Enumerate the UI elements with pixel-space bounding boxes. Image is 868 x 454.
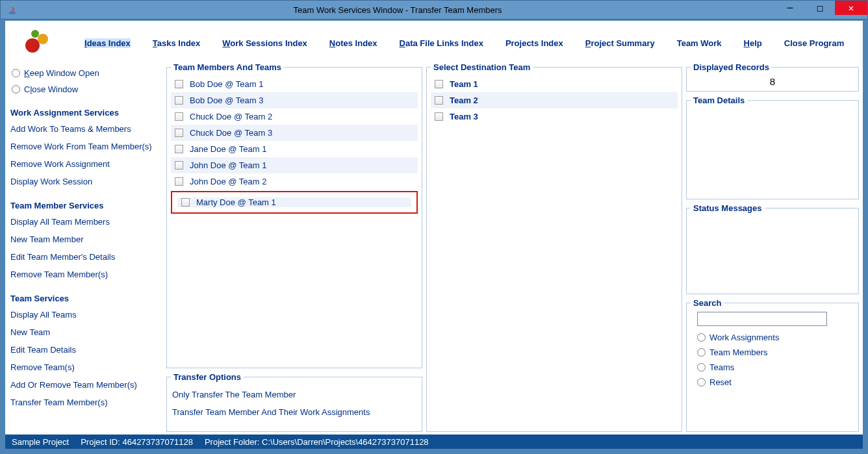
- maximize-button[interactable]: □: [805, 1, 835, 15]
- legend-destination: Select Destination Team: [431, 62, 533, 72]
- link-remove-team[interactable]: Remove Team(s): [10, 359, 161, 376]
- panel-team-details: Team Details: [686, 95, 859, 199]
- link-transfer-members[interactable]: Transfer Team Member(s): [10, 394, 161, 411]
- close-button[interactable]: ✕: [835, 1, 867, 15]
- list-item[interactable]: Team 3: [431, 108, 678, 125]
- status-project-folder: Project Folder: C:\Users\Darren\Projects…: [205, 437, 429, 447]
- link-edit-team[interactable]: Edit Team Details: [10, 341, 161, 359]
- menu-notes-index[interactable]: Notes Index: [329, 38, 377, 48]
- checkbox-icon[interactable]: [175, 161, 183, 170]
- radio-icon: [12, 85, 20, 94]
- panel-status-messages: Status Messages: [686, 203, 859, 294]
- menu-work-sessions-index[interactable]: Work Sessions Index: [222, 38, 307, 48]
- legend-search: Search: [691, 298, 724, 308]
- radio-icon: [12, 69, 20, 77]
- java-app-icon: [5, 2, 20, 18]
- radio-search-reset[interactable]: Reset: [697, 377, 854, 387]
- list-item[interactable]: Jane Doe @ Team 1: [171, 141, 418, 157]
- radio-icon: [697, 378, 706, 386]
- checkbox-icon[interactable]: [435, 96, 443, 105]
- link-add-work[interactable]: Add Work To Teams & Members: [10, 120, 161, 138]
- link-display-all-teams[interactable]: Display All Teams: [10, 306, 161, 323]
- svg-point-1: [31, 30, 39, 38]
- search-input[interactable]: [697, 312, 827, 326]
- list-item[interactable]: Bob Doe @ Team 1: [171, 76, 418, 92]
- menu-close-program[interactable]: Close Program: [784, 38, 844, 48]
- legend-transfer-options: Transfer Options: [171, 372, 244, 382]
- opt-only-member[interactable]: Only Transfer The Team Member: [171, 386, 418, 403]
- panel-search: Search Work Assignments Team Members Tea…: [686, 298, 859, 432]
- highlighted-member-row: Marty Doe @ Team 1: [171, 191, 418, 214]
- menu-data-file-links-index[interactable]: Data File Links Index: [400, 38, 483, 48]
- svg-point-3: [25, 38, 40, 53]
- panel-transfer-options: Transfer Options Only Transfer The Team …: [166, 372, 422, 432]
- radio-search-team-members[interactable]: Team Members: [697, 347, 854, 357]
- radio-keep-window-open[interactable]: Keep Window Open: [10, 65, 161, 81]
- app-logo-icon: [8, 26, 66, 60]
- checkbox-icon[interactable]: [435, 80, 443, 88]
- list-item[interactable]: Chuck Doe @ Team 3: [171, 125, 418, 141]
- radio-search-work-assignments[interactable]: Work Assignments: [697, 333, 854, 342]
- menu-team-work[interactable]: Team Work: [677, 38, 722, 48]
- titlebar: Team Work Services Window - Transfer Tea…: [0, 0, 868, 19]
- link-remove-work-member[interactable]: Remove Work From Team Member(s): [10, 138, 161, 155]
- heading-team-member: Team Member Services: [10, 190, 161, 213]
- panel-destination: Select Destination Team Team 1 Team 2 Te…: [426, 62, 682, 432]
- status-bar: Sample Project Project ID: 4642737370711…: [5, 435, 863, 449]
- legend-team-details: Team Details: [691, 95, 747, 105]
- legend-team-members: Team Members And Teams: [171, 62, 284, 72]
- svg-point-2: [38, 34, 48, 44]
- radio-search-teams[interactable]: Teams: [697, 362, 854, 372]
- radio-close-window[interactable]: Close Window: [10, 81, 161, 97]
- status-project-name: Sample Project: [12, 437, 69, 447]
- menu-project-summary[interactable]: Project Summary: [585, 38, 655, 48]
- checkbox-icon[interactable]: [175, 145, 183, 153]
- list-item[interactable]: John Doe @ Team 1: [171, 157, 418, 173]
- opt-member-and-work[interactable]: Transfer Team Member And Their Work Assi…: [171, 403, 418, 421]
- list-item[interactable]: John Doe @ Team 2: [171, 173, 418, 190]
- checkbox-icon[interactable]: [435, 112, 443, 121]
- link-remove-member[interactable]: Remove Team Member(s): [10, 266, 161, 283]
- link-display-session[interactable]: Display Work Session: [10, 173, 161, 190]
- heading-work-assignment: Work Assignment Services: [10, 97, 161, 120]
- menubar: Ideas Index Tasks Index Work Sessions In…: [5, 21, 863, 61]
- menu-tasks-index[interactable]: Tasks Index: [153, 38, 200, 48]
- checkbox-icon[interactable]: [175, 96, 183, 105]
- status-project-id: Project ID: 464273737071128: [81, 437, 193, 447]
- minimize-button[interactable]: ─: [775, 1, 805, 15]
- heading-team-services: Team Services: [10, 283, 161, 306]
- radio-icon: [697, 363, 706, 372]
- link-new-team[interactable]: New Team: [10, 323, 161, 341]
- menu-ideas-index[interactable]: Ideas Index: [84, 38, 131, 48]
- legend-status: Status Messages: [691, 203, 765, 213]
- link-edit-member[interactable]: Edit Team Member's Details: [10, 248, 161, 266]
- link-display-all-members[interactable]: Display All Team Members: [10, 213, 161, 231]
- checkbox-icon[interactable]: [175, 80, 183, 88]
- menu-help[interactable]: Help: [744, 38, 762, 48]
- list-item[interactable]: Marty Doe @ Team 1: [177, 197, 411, 207]
- checkbox-icon[interactable]: [175, 112, 183, 121]
- radio-icon: [697, 348, 706, 357]
- list-item[interactable]: Team 2: [431, 92, 678, 108]
- checkbox-icon[interactable]: [175, 177, 183, 186]
- link-add-remove-members[interactable]: Add Or Remove Team Member(s): [10, 376, 161, 394]
- window-title: Team Work Services Window - Transfer Tea…: [20, 5, 775, 15]
- checkbox-icon[interactable]: [181, 198, 190, 207]
- sidebar: Keep Window Open Close Window Work Assig…: [9, 62, 162, 432]
- list-item[interactable]: Bob Doe @ Team 3: [171, 92, 418, 108]
- records-count: 8: [691, 73, 854, 87]
- list-item[interactable]: Chuck Doe @ Team 2: [171, 108, 418, 125]
- legend-records: Displayed Records: [691, 62, 772, 72]
- checkbox-icon[interactable]: [175, 129, 183, 137]
- link-remove-assignment[interactable]: Remove Work Assignment: [10, 155, 161, 173]
- radio-icon: [697, 333, 706, 342]
- menu-projects-index[interactable]: Projects Index: [505, 38, 563, 48]
- list-item[interactable]: Team 1: [431, 76, 678, 92]
- panel-displayed-records: Displayed Records 8: [686, 62, 859, 92]
- link-new-member[interactable]: New Team Member: [10, 231, 161, 248]
- panel-team-members: Team Members And Teams Bob Doe @ Team 1 …: [166, 62, 422, 368]
